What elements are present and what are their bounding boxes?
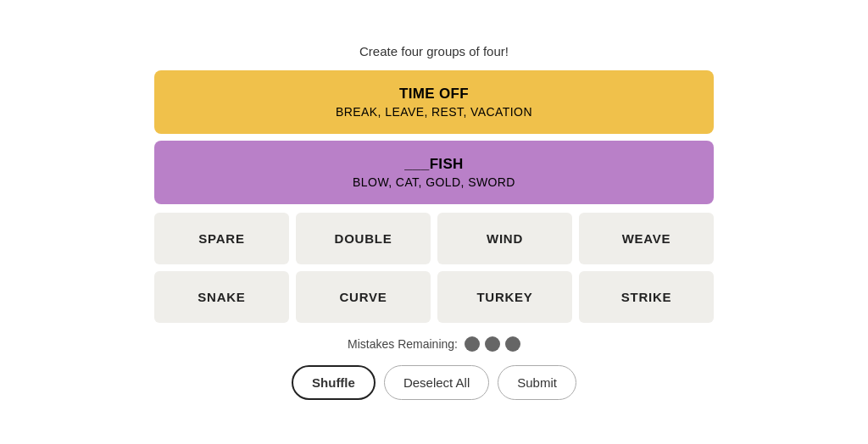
category-name: ___FISH <box>171 156 697 173</box>
grid-cell-spare[interactable]: SPARE <box>154 213 289 264</box>
mistake-dot-1 <box>465 336 480 352</box>
category-name: TIME OFF <box>171 86 697 103</box>
mistakes-row: Mistakes Remaining: <box>348 336 520 352</box>
mistake-dot-3 <box>505 336 520 352</box>
category-words: BLOW, CAT, GOLD, SWORD <box>171 175 697 189</box>
submit-button[interactable]: Submit <box>498 365 576 400</box>
button-row: Shuffle Deselect All Submit <box>292 365 576 400</box>
grid-cell-wind[interactable]: WIND <box>437 213 572 264</box>
solved-row-yellow: TIME OFF BREAK, LEAVE, REST, VACATION <box>154 70 714 134</box>
mistakes-dots <box>465 336 520 352</box>
grid-cell-curve[interactable]: CURVE <box>296 271 431 323</box>
solved-row-purple: ___FISH BLOW, CAT, GOLD, SWORD <box>154 141 714 204</box>
grid-cell-turkey[interactable]: TURKEY <box>437 271 572 323</box>
category-words: BREAK, LEAVE, REST, VACATION <box>171 105 697 119</box>
grid-cell-snake[interactable]: SNAKE <box>154 271 289 323</box>
shuffle-button[interactable]: Shuffle <box>292 365 376 400</box>
mistakes-label: Mistakes Remaining: <box>348 337 458 351</box>
subtitle: Create four groups of four! <box>359 44 509 58</box>
grid-cell-double[interactable]: DOUBLE <box>296 213 431 264</box>
grid-cell-strike[interactable]: STRIKE <box>579 271 714 323</box>
mistake-dot-2 <box>485 336 500 352</box>
word-grid: SPAREDOUBLEWINDWEAVESNAKECURVETURKEYSTRI… <box>154 213 714 323</box>
grid-cell-weave[interactable]: WEAVE <box>579 213 714 264</box>
game-container: Create four groups of four! TIME OFF BRE… <box>154 44 714 400</box>
deselect-button[interactable]: Deselect All <box>384 365 489 400</box>
